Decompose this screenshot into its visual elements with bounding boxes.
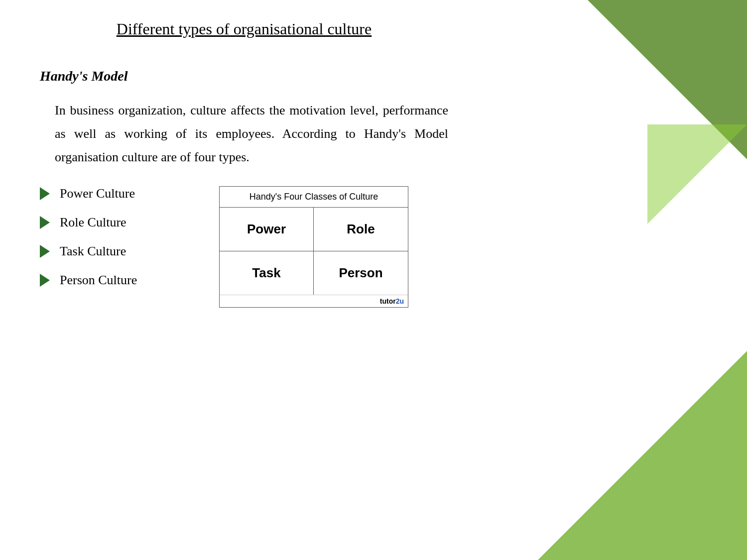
bullet-arrow-2	[40, 216, 50, 229]
bullet-label-3: Task Culture	[60, 244, 126, 259]
bullet-label-4: Person Culture	[60, 273, 137, 288]
bg-triangle-bottom-right	[538, 351, 747, 560]
handy-table-col: Handy's Four Classes of Culture Power Ro…	[219, 186, 408, 308]
main-section: Power Culture Role Culture Task Culture …	[40, 186, 448, 308]
handy-cell-task: Task	[220, 251, 314, 295]
tutor2u-brand: tutor	[380, 297, 396, 305]
bg-triangle-mid-right	[647, 124, 747, 224]
list-item: Power Culture	[40, 186, 189, 201]
tutor2u-attribution: tutor2u	[220, 295, 408, 307]
body-paragraph: In business organization, culture affect…	[40, 99, 448, 169]
list-item: Role Culture	[40, 215, 189, 230]
bullet-arrow-1	[40, 187, 50, 200]
list-item: Person Culture	[40, 273, 189, 288]
bullet-arrow-3	[40, 245, 50, 258]
handy-cell-person: Person	[314, 251, 408, 295]
bullet-label-2: Role Culture	[60, 215, 126, 230]
bullet-label-1: Power Culture	[60, 186, 135, 201]
bullet-list-col: Power Culture Role Culture Task Culture …	[40, 186, 189, 302]
list-item: Task Culture	[40, 244, 189, 259]
section-heading: Handy's Model	[40, 68, 448, 84]
handy-cell-role: Role	[314, 208, 408, 251]
handy-cell-power: Power	[220, 208, 314, 251]
handy-table: Handy's Four Classes of Culture Power Ro…	[219, 186, 408, 308]
handy-table-title: Handy's Four Classes of Culture	[220, 187, 408, 208]
bullet-arrow-4	[40, 274, 50, 287]
tutor2u-num: 2u	[396, 297, 404, 305]
bullet-list: Power Culture Role Culture Task Culture …	[40, 186, 189, 288]
page-title: Different types of organisational cultur…	[40, 20, 448, 38]
handy-table-grid: Power Role Task Person	[220, 208, 408, 295]
